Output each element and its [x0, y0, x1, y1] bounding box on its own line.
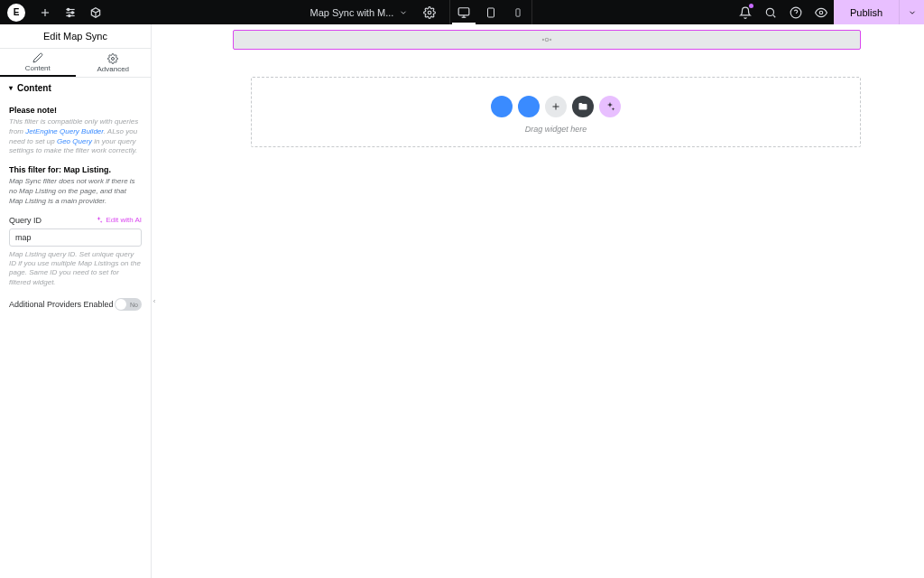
ai-sparkle-button[interactable] — [599, 96, 621, 117]
dropzone-actions — [491, 96, 621, 117]
notifications-button[interactable] — [733, 0, 758, 24]
topbar-center: Map Sync with M... — [301, 0, 541, 24]
sparkle-icon — [605, 101, 615, 112]
svg-rect-12 — [488, 8, 494, 17]
svg-point-6 — [71, 11, 73, 13]
svg-rect-9 — [459, 7, 470, 14]
svg-point-7 — [69, 14, 70, 16]
document-title-dropdown[interactable]: Map Sync with M... — [301, 7, 418, 18]
pencil-icon — [32, 52, 43, 63]
preview-button[interactable] — [808, 0, 834, 24]
folder-icon — [578, 101, 588, 112]
widget-handle-icon — [541, 33, 553, 46]
please-note-title: Please note! — [9, 106, 142, 115]
canvas[interactable]: Drag widget here — [152, 24, 924, 578]
elementor-logo[interactable]: E — [7, 4, 25, 22]
query-id-label: Query ID — [9, 216, 42, 225]
edit-with-ai-button[interactable]: Edit with AI — [95, 216, 142, 224]
magic-wand-icon — [523, 101, 534, 112]
topbar: E Map Sync with M... — [0, 0, 924, 24]
device-desktop-tab[interactable] — [450, 0, 477, 24]
link-jetengine-query-builder[interactable]: JetEngine Query Builder — [25, 127, 103, 135]
publish-button[interactable]: Publish — [834, 0, 899, 24]
query-id-input[interactable] — [9, 228, 142, 247]
ai-generate-button[interactable] — [491, 96, 513, 117]
structure-button[interactable] — [83, 0, 108, 24]
sidebar-panel: Edit Map Sync Content Advanced Content P… — [0, 24, 152, 578]
chevron-down-icon — [399, 8, 408, 17]
layout: Edit Map Sync Content Advanced Content P… — [0, 24, 924, 578]
help-button[interactable] — [783, 0, 808, 24]
svg-point-14 — [766, 8, 773, 15]
svg-point-8 — [429, 11, 432, 14]
svg-point-22 — [550, 39, 551, 40]
template-library-button[interactable] — [572, 96, 594, 117]
query-id-help: Map Listing query ID. Set unique query I… — [9, 250, 142, 288]
additional-providers-row: Additional Providers Enabled No — [9, 298, 142, 311]
filter-for-desc: Map Sync filter does not work if there i… — [9, 177, 142, 206]
selected-widget-bar[interactable] — [233, 30, 861, 50]
site-settings-button[interactable] — [58, 0, 83, 24]
ai-layout-button[interactable] — [518, 96, 540, 117]
svg-point-19 — [112, 57, 115, 60]
device-mobile-tab[interactable] — [504, 0, 531, 24]
query-id-row: Query ID Edit with AI — [9, 216, 142, 225]
section-content-toggle[interactable]: Content — [0, 78, 151, 98]
sparkle-icon — [95, 216, 103, 224]
magic-wand-icon — [496, 101, 507, 112]
responsive-device-tabs — [449, 0, 532, 24]
panel-title: Edit Map Sync — [0, 24, 151, 49]
tab-advanced[interactable]: Advanced — [76, 49, 152, 77]
panel-collapse-handle[interactable]: ‹ — [151, 288, 158, 315]
publish-options-button[interactable] — [899, 0, 924, 24]
plus-icon — [550, 101, 561, 112]
section-content-title: Content — [17, 83, 51, 93]
toggle-knob — [116, 299, 126, 310]
link-geo-query[interactable]: Geo Query — [57, 137, 92, 145]
svg-rect-13 — [516, 8, 520, 15]
filter-for-title: This filter for: Map Listing. — [9, 165, 142, 174]
add-section-button[interactable] — [545, 96, 567, 117]
tab-content-label: Content — [25, 64, 51, 72]
finder-search-button[interactable] — [758, 0, 783, 24]
additional-providers-toggle[interactable]: No — [115, 298, 142, 311]
toggle-text: No — [130, 302, 138, 308]
svg-line-15 — [773, 14, 776, 17]
topbar-right: Publish — [733, 0, 924, 24]
gear-icon — [107, 53, 118, 64]
add-element-button[interactable] — [32, 0, 58, 24]
section-content-body: Please note! This filter is compatible o… — [0, 98, 151, 320]
section-dropzone[interactable]: Drag widget here — [251, 77, 861, 147]
svg-point-5 — [68, 8, 69, 10]
document-title-text: Map Sync with M... — [310, 7, 394, 18]
panel-tabs: Content Advanced — [0, 49, 151, 78]
svg-point-18 — [819, 11, 823, 14]
page-settings-button[interactable] — [417, 0, 442, 24]
svg-point-21 — [542, 39, 543, 40]
svg-point-20 — [545, 38, 549, 42]
tab-advanced-label: Advanced — [97, 65, 129, 73]
additional-providers-label: Additional Providers Enabled — [9, 300, 114, 309]
compat-note: This filter is compatible only with quer… — [9, 117, 142, 156]
tab-content[interactable]: Content — [0, 49, 76, 77]
topbar-left: E — [0, 0, 108, 24]
device-tablet-tab[interactable] — [477, 0, 504, 24]
dropzone-hint: Drag widget here — [525, 125, 587, 134]
